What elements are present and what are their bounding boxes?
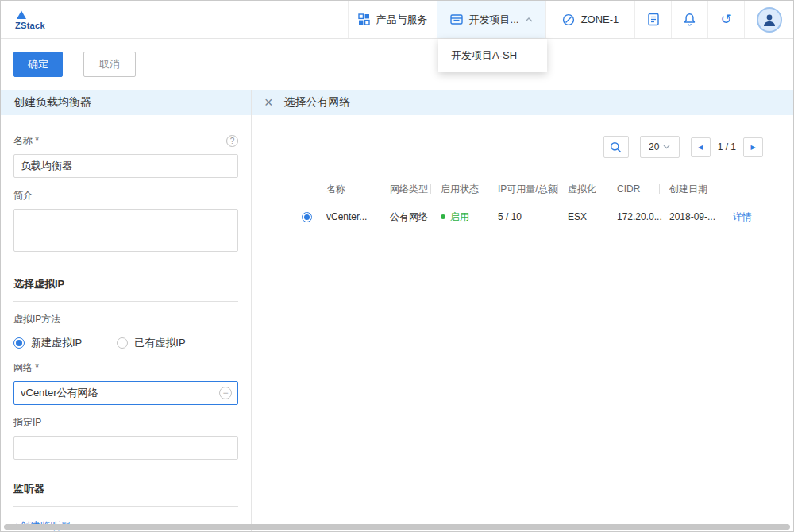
desc-label-row: 简介 xyxy=(13,189,238,202)
form-actions: 确定 取消 xyxy=(1,39,793,90)
confirm-button[interactable]: 确定 xyxy=(13,52,63,77)
page-size-value: 20 xyxy=(649,141,659,152)
network-input[interactable] xyxy=(13,381,238,405)
nav-zone-selector[interactable]: ZONE-1 xyxy=(545,1,634,38)
grid-icon xyxy=(358,13,370,25)
document-icon xyxy=(647,13,660,26)
cell-create-date: 2018-09-... xyxy=(660,211,723,222)
cell-status: 启用 xyxy=(431,210,488,224)
listener-section-title: 监听器 xyxy=(13,482,238,507)
vip-section-title: 选择虚拟IP xyxy=(13,277,238,302)
specify-ip-input[interactable] xyxy=(13,436,238,460)
history-button[interactable]: ↺ xyxy=(707,1,744,38)
create-load-balancer-panel: 创建负载均衡器 名称 * ? 简介 选择虚拟IP 虚拟IP方法 新建虚拟IP xyxy=(1,90,252,531)
chevron-down-icon xyxy=(663,145,670,149)
network-input-wrap: − xyxy=(13,381,238,405)
name-label-row: 名称 * ? xyxy=(13,134,238,148)
left-panel-title: 创建负载均衡器 xyxy=(13,95,91,110)
left-panel-header: 创建负载均衡器 xyxy=(1,90,251,115)
notifications-button[interactable] xyxy=(671,1,707,38)
desc-label: 简介 xyxy=(13,189,33,202)
cell-action: 详情 xyxy=(723,210,768,224)
nav-project-selector[interactable]: 开发项目... xyxy=(437,1,545,38)
vip-method-label-row: 虚拟IP方法 xyxy=(13,313,238,326)
header-status: 启用状态 xyxy=(431,183,488,195)
console-log-button[interactable] xyxy=(634,1,671,38)
nav-products-label: 产品与服务 xyxy=(376,13,428,27)
cell-name: vCenter... xyxy=(317,211,380,222)
radio-existing-vip-label: 已有虚拟IP xyxy=(134,336,185,350)
radio-existing-vip-dot xyxy=(117,337,128,349)
header-cidr: CIDR xyxy=(607,183,660,195)
table-toolbar: 20 ◀ 1 / 1 ▶ xyxy=(252,136,763,158)
pagination: ◀ 1 / 1 ▶ xyxy=(691,137,763,157)
description-textarea[interactable] xyxy=(13,209,238,252)
brand-logo[interactable]: ZStack xyxy=(1,1,112,38)
cell-virtualization: ESX xyxy=(558,211,607,222)
cell-cidr: 172.20.0... xyxy=(607,211,660,222)
project-dropdown: 开发项目A-SH xyxy=(438,39,547,72)
row-radio-selected[interactable] xyxy=(302,212,312,222)
top-nav: 产品与服务 开发项目... ZONE-1 xyxy=(348,1,793,38)
nav-zone-label: ZONE-1 xyxy=(581,13,619,25)
vip-method-label: 虚拟IP方法 xyxy=(13,313,60,326)
status-text: 启用 xyxy=(450,210,469,224)
table-row[interactable]: vCenter... 公有网络 启用 5 / 10 ESX 172.20.0..… xyxy=(296,201,768,233)
name-input[interactable] xyxy=(13,154,238,178)
nav-project-label: 开发项目... xyxy=(469,13,519,27)
top-bar: ZStack 产品与服务 开发项目... xyxy=(1,1,793,39)
header-create-date: 创建日期 xyxy=(660,183,723,195)
right-panel-title: 选择公有网络 xyxy=(284,95,351,110)
detail-link[interactable]: 详情 xyxy=(733,210,752,224)
zone-icon xyxy=(562,13,575,26)
radio-new-vip-label: 新建虚拟IP xyxy=(31,336,82,350)
specify-ip-label-row: 指定IP xyxy=(13,416,238,430)
project-icon xyxy=(450,13,463,25)
header-action-col xyxy=(723,183,768,195)
brand-name: ZStack xyxy=(15,21,45,30)
network-label-row: 网络 * xyxy=(13,361,238,375)
right-panel-header: × 选择公有网络 xyxy=(252,90,793,115)
bell-icon xyxy=(683,13,696,27)
load-balancer-form: 名称 * ? 简介 选择虚拟IP 虚拟IP方法 新建虚拟IP 已有虚拟IP xyxy=(1,115,251,531)
avatar xyxy=(757,7,782,33)
table-header-row: 名称 网络类型 启用状态 IP可用量/总额 虚拟化 CIDR 创建日期 xyxy=(296,177,768,201)
project-dropdown-item[interactable]: 开发项目A-SH xyxy=(438,39,547,72)
specify-ip-label: 指定IP xyxy=(13,416,41,430)
cell-ip-quota: 5 / 10 xyxy=(488,211,558,222)
header-radio-col xyxy=(296,183,317,195)
vip-method-radio-group: 新建虚拟IP 已有虚拟IP xyxy=(13,336,238,350)
search-icon xyxy=(610,141,622,153)
radio-new-vip[interactable]: 新建虚拟IP xyxy=(13,336,82,350)
header-virtualization: 虚拟化 xyxy=(558,183,607,195)
row-radio-cell xyxy=(296,212,317,222)
clear-network-icon[interactable]: − xyxy=(219,387,232,399)
header-name: 名称 xyxy=(317,183,380,195)
cancel-button[interactable]: 取消 xyxy=(83,52,136,77)
history-clock-icon: ↺ xyxy=(720,13,731,26)
radio-new-vip-dot xyxy=(13,337,25,349)
next-page-button[interactable]: ▶ xyxy=(743,137,763,157)
name-label: 名称 * xyxy=(13,134,39,148)
main-area: 创建负载均衡器 名称 * ? 简介 选择虚拟IP 虚拟IP方法 新建虚拟IP xyxy=(1,90,793,531)
status-dot-icon xyxy=(441,214,445,219)
header-network-type: 网络类型 xyxy=(380,183,431,195)
user-menu[interactable] xyxy=(744,1,793,38)
cell-network-type: 公有网络 xyxy=(380,210,431,224)
network-label: 网络 * xyxy=(13,361,39,375)
select-public-network-panel: × 选择公有网络 20 ◀ 1 / 1 ▶ xyxy=(252,90,793,531)
close-icon[interactable]: × xyxy=(264,95,273,110)
horizontal-scrollbar[interactable] xyxy=(4,524,790,530)
search-button[interactable] xyxy=(603,136,629,158)
prev-page-button[interactable]: ◀ xyxy=(691,137,711,157)
zstack-logo-icon xyxy=(15,10,28,20)
public-network-table: 名称 网络类型 启用状态 IP可用量/总额 虚拟化 CIDR 创建日期 vCen… xyxy=(296,177,768,233)
header-ip-quota: IP可用量/总额 xyxy=(488,183,558,195)
nav-products-services[interactable]: 产品与服务 xyxy=(348,1,437,38)
radio-existing-vip[interactable]: 已有虚拟IP xyxy=(117,336,185,350)
help-icon[interactable]: ? xyxy=(226,135,238,147)
page-indicator: 1 / 1 xyxy=(718,141,736,152)
page-size-select[interactable]: 20 xyxy=(640,136,680,158)
chevron-up-icon xyxy=(525,17,533,22)
